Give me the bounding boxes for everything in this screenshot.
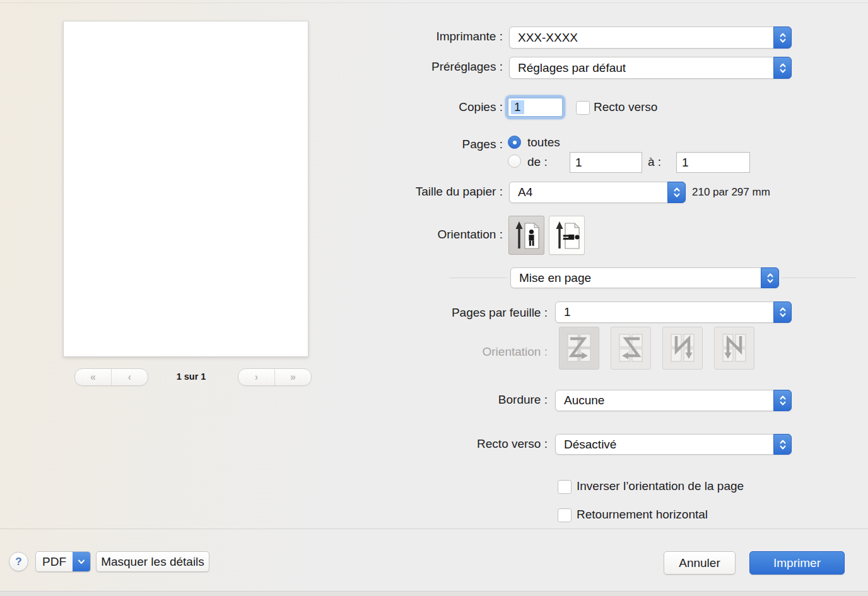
pages-to-value: 1 [682,156,689,170]
help-icon: ? [15,556,21,568]
layout-vertical-s-icon [720,332,749,364]
pages-range-radio[interactable] [508,155,521,168]
section-divider-left [449,278,507,278]
layout-direction-s-button [611,327,651,370]
reverse-page-orientation-checkbox[interactable] [558,480,572,494]
orientation-landscape-button[interactable] [549,216,585,255]
printer-select[interactable]: XXX-XXXX [509,26,792,49]
previous-page-button[interactable]: ‹ [111,369,148,385]
copies-input-inner: 1 [508,98,563,117]
settings-section-select[interactable]: Mise en page [510,267,779,288]
stepper-icon [667,182,686,203]
settings-section-value: Mise en page [511,271,591,285]
first-page-icon: « [90,372,96,382]
pdf-menu-label: PDF [36,552,73,571]
two-sided-label: Recto verso : [477,436,548,452]
hide-details-button[interactable]: Masquer les détails [96,551,209,572]
next-page-icon: › [255,372,258,382]
pdf-menu-button[interactable]: PDF [35,551,91,572]
last-page-icon: » [290,372,296,382]
duplex-checkbox[interactable] [576,101,590,115]
border-label: Bordure : [498,392,548,407]
layout-s-icon [616,332,645,364]
help-button[interactable]: ? [9,552,28,571]
dialog-bottom-edge [0,591,868,596]
presets-label: Préréglages : [431,59,503,74]
pages-from-label: de : [527,155,548,170]
paper-size-select[interactable]: A4 [509,182,686,203]
print-button[interactable]: Imprimer [749,551,845,575]
pages-per-sheet-label: Pages par feuille : [452,305,548,320]
pages-to-label: à : [648,155,661,170]
layout-vertical-z-icon [668,332,697,364]
layout-z-icon [565,332,594,364]
paper-size-label: Taille du papier : [416,184,503,199]
copies-label: Copies : [459,100,503,115]
first-page-button[interactable]: « [75,369,111,385]
cancel-button[interactable]: Annuler [664,551,736,575]
chevron-down-icon [73,552,90,571]
orientation-label: Orientation : [438,227,503,242]
printer-value: XXX-XXXX [510,31,578,45]
next-page-button[interactable]: › [238,369,274,385]
previous-page-icon: ‹ [128,372,131,382]
paper-size-value: A4 [510,185,532,199]
layout-direction-label: Orientation : [483,344,548,359]
printer-label: Imprimante : [436,29,503,44]
layout-direction-vertical-z-button [662,327,703,370]
layout-direction-vertical-s-button [714,327,754,370]
pages-all-label: toutes [527,135,560,150]
stepper-icon [773,26,792,49]
page-indicator: 1 sur 1 [153,371,229,382]
pages-to-input[interactable]: 1 [676,152,750,173]
duplex-checkbox-label: Recto verso [594,100,657,115]
landscape-icon [554,219,580,251]
presets-value: Réglages par défaut [510,61,626,75]
paper-size-dimensions: 210 par 297 mm [692,185,770,200]
portrait-icon [513,219,540,251]
stepper-icon [773,390,792,411]
stepper-icon [773,301,792,323]
section-divider-right [781,278,857,278]
stepper-icon [761,267,779,288]
two-sided-value: Désactivé [556,438,616,452]
pages-per-sheet-select[interactable]: 1 [555,301,792,323]
cancel-label: Annuler [679,556,720,570]
flip-horizontally-checkbox[interactable] [558,508,572,522]
presets-select[interactable]: Réglages par défaut [509,57,792,79]
pages-per-sheet-value: 1 [556,305,571,319]
print-preview-page [63,21,308,357]
border-value: Aucune [556,394,604,407]
reverse-page-orientation-label: Inverser l’orientation de la page [577,479,744,494]
print-dialog: « ‹ 1 sur 1 › » Imprimante : XXX-XXXX Pr… [0,0,868,596]
pages-label: Pages : [462,137,503,152]
stepper-icon [773,57,792,79]
pager-back-group: « ‹ [74,368,148,386]
footer-divider [0,529,868,529]
two-sided-select[interactable]: Désactivé [555,434,792,455]
pager-forward-group: › » [238,368,312,386]
print-label: Imprimer [773,556,821,570]
hide-details-label: Masquer les détails [101,555,204,569]
stepper-icon [773,434,792,455]
orientation-portrait-button[interactable] [508,216,544,255]
last-page-button[interactable]: » [274,369,311,385]
pages-from-input[interactable]: 1 [570,152,642,173]
layout-direction-z-button [559,327,599,370]
copies-input[interactable]: 1 [505,95,565,119]
border-select[interactable]: Aucune [555,390,792,411]
flip-horizontally-label: Retournement horizontal [577,507,708,522]
top-divider [0,3,868,3]
copies-value: 1 [511,100,524,114]
pages-all-radio[interactable] [508,136,521,149]
pages-from-value: 1 [575,156,582,170]
